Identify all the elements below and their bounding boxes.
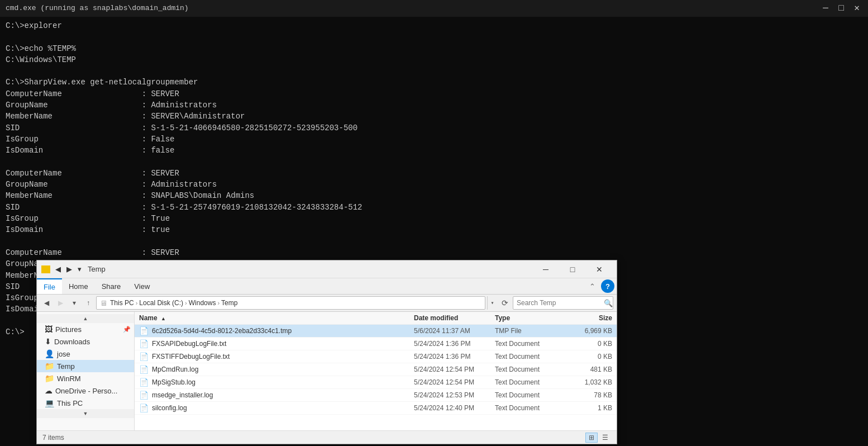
cmd-title: cmd.exe (running as snaplabs\domain_admi…	[6, 3, 189, 13]
sidebar-scroll-up[interactable]: ▲	[37, 314, 134, 323]
file-name-cell: 📄 MpCmdRun.log	[139, 365, 414, 374]
sidebar-item-downloads[interactable]: ⬇ Downloads	[37, 335, 134, 348]
sidebar-icon-temp: 📁	[45, 362, 54, 371]
nav-forward-btn[interactable]: ▶	[54, 297, 66, 309]
item-count: 7 items	[42, 434, 64, 442]
quick-access-dropdown-btn[interactable]: ▾	[75, 263, 84, 275]
nav-recent-btn[interactable]: ▾	[68, 297, 80, 309]
ribbon-tab-home[interactable]: Home	[62, 278, 95, 294]
search-input[interactable]	[513, 299, 604, 307]
view-buttons: ⊞ ☰	[585, 433, 611, 443]
explorer-titlebar: ◀ ▶ ▾ Temp ─ □ ✕	[37, 260, 617, 278]
cmd-line: ComputerName : SERVER	[6, 247, 862, 258]
col-header-type[interactable]: Type	[495, 314, 567, 322]
view-list-btn[interactable]: ☰	[599, 433, 611, 443]
file-name-cell: 📄 6c2d526a-5d4d-4c5d-8012-2eba2d33c4c1.t…	[139, 326, 414, 335]
file-date-cell: 5/24/2024 12:54 PM	[414, 366, 495, 373]
explorer-title: Temp	[84, 265, 533, 273]
sidebar-item-onedrive[interactable]: ☁ OneDrive - Perso...	[37, 385, 134, 397]
file-type-cell: Text Document	[495, 353, 567, 360]
table-row[interactable]: 📄 FXSAPIDebugLogFile.txt 5/24/2024 1:36 …	[135, 338, 617, 350]
sidebar-item-temp[interactable]: 📁 Temp	[37, 360, 134, 372]
cmd-line: ComputerName : SERVER	[6, 168, 862, 179]
path-thispc: This PC	[110, 299, 134, 307]
quick-access-back-btn[interactable]: ◀	[53, 263, 64, 275]
file-size-cell: 0 KB	[567, 353, 612, 360]
file-date-cell: 5/24/2024 12:40 PM	[414, 404, 495, 412]
cmd-titlebar: cmd.exe (running as snaplabs\domain_admi…	[0, 0, 868, 17]
table-row[interactable]: 📄 FXSTIFFDebugLogFile.txt 5/24/2024 1:36…	[135, 350, 617, 363]
sidebar-icon-pictures: 🖼	[45, 325, 53, 334]
explorer-close-btn[interactable]: ✕	[586, 261, 612, 278]
cmd-line: MemberName : SNAPLABS\Domain Admins	[6, 190, 862, 201]
table-row[interactable]: 📄 msedge_installer.log 5/24/2024 12:53 P…	[135, 389, 617, 402]
file-icon: 📄	[139, 339, 149, 348]
ribbon-tab-file[interactable]: File	[37, 278, 62, 294]
sidebar-item-jose[interactable]: 👤 jose	[37, 348, 134, 360]
status-bar: 7 items ⊞ ☰	[37, 430, 617, 444]
view-details-btn[interactable]: ⊞	[585, 433, 598, 443]
cmd-line: IsGroup : False	[6, 134, 862, 145]
file-type-cell: Text Document	[495, 340, 567, 348]
table-row[interactable]: 📄 silconfig.log 5/24/2024 12:40 PM Text …	[135, 402, 617, 415]
refresh-btn[interactable]: ⟳	[499, 297, 511, 309]
file-size-cell: 1 KB	[567, 404, 612, 412]
cmd-line: GroupName : Administrators	[6, 99, 862, 111]
cmd-line: SID : S-1-5-21-4066946580-2825150272-523…	[6, 122, 862, 134]
ribbon-tab-view[interactable]: View	[127, 278, 156, 294]
sidebar-icon-thispc: 💻	[45, 398, 54, 407]
cmd-restore-btn[interactable]: □	[836, 2, 847, 15]
sidebar-label-jose: jose	[57, 350, 70, 358]
file-date-cell: 5/24/2024 12:54 PM	[414, 378, 495, 386]
search-box[interactable]: 🔍	[513, 296, 613, 310]
explorer-window: ◀ ▶ ▾ Temp ─ □ ✕ File Home Share View ⌃ …	[36, 260, 617, 444]
file-list-header: Name ▲ Date modified Type Size	[135, 312, 617, 325]
file-icon: 📄	[139, 352, 149, 361]
sidebar-item-thispc[interactable]: 💻 This PC	[37, 397, 134, 409]
ribbon-tab-share[interactable]: Share	[95, 278, 128, 294]
file-icon: 📄	[139, 404, 149, 412]
cmd-line: IsDomain : true	[6, 224, 862, 235]
path-sep-2: ›	[185, 300, 187, 306]
sort-arrow: ▲	[161, 316, 166, 321]
path-dropdown-btn[interactable]: ▾	[487, 296, 497, 310]
address-path[interactable]: 🖥 This PC › Local Disk (C:) › Windows › …	[96, 296, 485, 310]
file-type-cell: Text Document	[495, 366, 567, 373]
file-size-cell: 1,032 KB	[567, 378, 612, 386]
path-temp: Temp	[221, 299, 237, 307]
file-type-cell: Text Document	[495, 378, 567, 386]
ribbon-expand-btn[interactable]: ⌃	[586, 278, 599, 294]
nav-back-btn[interactable]: ◀	[40, 297, 53, 309]
file-name-text: FXSTIFFDebugLogFile.txt	[152, 353, 230, 360]
col-header-date[interactable]: Date modified	[414, 314, 495, 322]
sidebar-icon-winrm: 📁	[45, 374, 54, 383]
explorer-minimize-btn[interactable]: ─	[533, 261, 559, 278]
cmd-minimize-btn[interactable]: ─	[820, 2, 831, 15]
quick-access-forward-btn[interactable]: ▶	[64, 263, 75, 275]
col-header-name[interactable]: Name ▲	[139, 314, 414, 322]
sidebar-icon-jose: 👤	[45, 349, 54, 358]
ribbon: File Home Share View ⌃ ?	[37, 278, 617, 295]
explorer-maximize-btn[interactable]: □	[560, 261, 585, 278]
file-icon: 📄	[139, 378, 149, 387]
file-name-cell: 📄 silconfig.log	[139, 404, 414, 412]
table-row[interactable]: 📄 MpCmdRun.log 5/24/2024 12:54 PM Text D…	[135, 363, 617, 376]
table-row[interactable]: 📄 6c2d526a-5d4d-4c5d-8012-2eba2d33c4c1.t…	[135, 325, 617, 338]
search-icon-btn[interactable]: 🔍	[604, 297, 613, 309]
cmd-line	[6, 65, 862, 77]
nav-up-btn[interactable]: ↑	[82, 297, 94, 309]
file-type-cell: Text Document	[495, 404, 567, 412]
pin-icon-pictures: 📌	[123, 326, 131, 333]
file-size-cell: 6,969 KB	[567, 327, 612, 335]
cmd-line	[6, 156, 862, 168]
sidebar-item-pictures[interactable]: 🖼 Pictures 📌	[37, 323, 134, 335]
sidebar-icon-downloads: ⬇	[45, 337, 51, 346]
file-name-text: MpCmdRun.log	[152, 366, 198, 373]
cmd-close-btn[interactable]: ✕	[851, 2, 862, 15]
cmd-line	[6, 236, 862, 247]
sidebar-item-winrm[interactable]: 📁 WinRM	[37, 372, 134, 385]
ribbon-help-btn[interactable]: ?	[601, 279, 614, 293]
table-row[interactable]: 📄 MpSigStub.log 5/24/2024 12:54 PM Text …	[135, 376, 617, 389]
col-header-size[interactable]: Size	[567, 314, 612, 322]
sidebar-scroll-down[interactable]: ▼	[37, 409, 134, 418]
